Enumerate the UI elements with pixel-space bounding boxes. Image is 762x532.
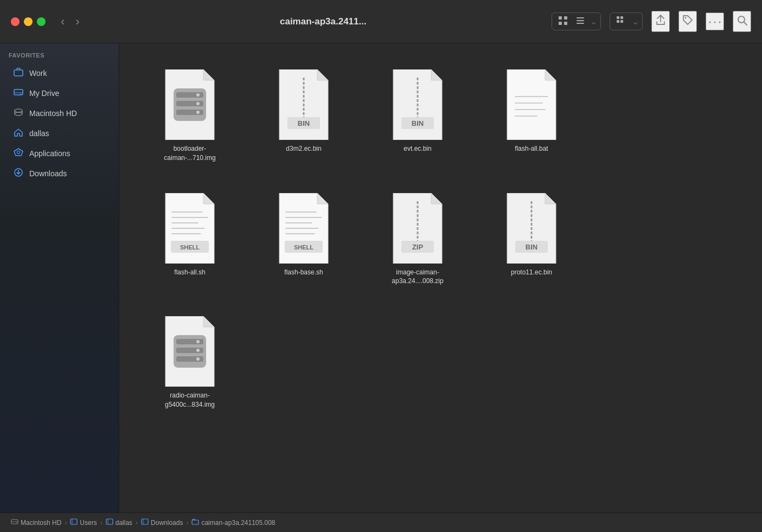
file-icon-image-caiman: ZIP xyxy=(388,193,447,264)
file-item-d3m2[interactable]: BIN d3m2.ec.bin xyxy=(255,65,353,167)
sidebar-item-downloads-label: Downloads xyxy=(29,169,67,178)
file-name-d3m2: d3m2.ec.bin xyxy=(286,144,321,153)
breadcrumb-downloads-label: Downloads xyxy=(151,519,183,527)
svg-point-69 xyxy=(196,349,200,352)
file-icon-d3m2: BIN xyxy=(274,69,334,140)
breadcrumb-macintosh-hd-icon xyxy=(11,518,18,527)
breadcrumb-sep-4: › xyxy=(186,519,188,527)
svg-point-11 xyxy=(685,17,687,19)
file-name-flash-all-bat: flash-all.bat xyxy=(515,144,548,153)
breadcrumb-dallas[interactable]: dallas xyxy=(106,518,132,527)
breadcrumb-downloads[interactable]: Downloads xyxy=(141,518,183,527)
file-icon-proto11: BIN xyxy=(502,193,561,264)
sidebar-item-dallas[interactable]: dallas xyxy=(4,124,114,143)
breadcrumb-sep-1: › xyxy=(65,519,67,527)
sidebar-item-dallas-label: dallas xyxy=(29,129,49,138)
file-icon-flash-all-sh: SHELL xyxy=(160,193,220,264)
forward-button[interactable]: › xyxy=(71,12,84,31)
breadcrumb-macintosh-hd[interactable]: Macintosh HD xyxy=(11,518,61,527)
breadcrumb-users-label: Users xyxy=(80,519,97,527)
svg-text:BIN: BIN xyxy=(298,119,310,127)
window-title: caiman-ap3a.2411... xyxy=(95,16,552,27)
files-grid: bootloader-caiman-...710.img BIN d3m2.ec xyxy=(136,60,746,419)
applications-icon xyxy=(13,148,24,159)
downloads-icon xyxy=(13,168,24,179)
traffic-lights xyxy=(11,17,46,26)
svg-text:SHELL: SHELL xyxy=(180,244,200,251)
file-item-evt[interactable]: BIN evt.ec.bin xyxy=(369,65,466,167)
icon-view-button[interactable] xyxy=(554,14,572,29)
svg-rect-74 xyxy=(71,519,77,524)
svg-point-25 xyxy=(17,151,20,154)
file-icon-radio-caiman xyxy=(160,316,220,387)
work-icon xyxy=(13,68,24,79)
breadcrumb-caiman-folder[interactable]: caiman-ap3a.241105.008 xyxy=(191,518,275,527)
svg-point-20 xyxy=(20,94,21,95)
hd-icon xyxy=(13,108,24,119)
file-icon-bootloader xyxy=(160,69,220,140)
svg-text:BIN: BIN xyxy=(526,243,537,251)
file-item-bootloader[interactable]: bootloader-caiman-...710.img xyxy=(141,65,239,167)
maximize-button[interactable] xyxy=(37,17,46,26)
sidebar-item-my-drive-label: My Drive xyxy=(29,89,59,98)
breadcrumb-macintosh-hd-label: Macintosh HD xyxy=(21,519,61,527)
svg-point-12 xyxy=(709,22,711,23)
close-button[interactable] xyxy=(11,17,20,26)
file-item-flash-all-sh[interactable]: SHELL flash-all.sh xyxy=(141,189,239,291)
breadcrumb-sep-3: › xyxy=(136,519,138,527)
minimize-button[interactable] xyxy=(24,17,33,26)
svg-point-32 xyxy=(196,102,200,105)
svg-point-68 xyxy=(196,340,200,343)
svg-point-14 xyxy=(719,22,721,23)
titlebar: ‹ › caiman-ap3a.2411... ⌄ xyxy=(0,0,762,43)
share-button[interactable] xyxy=(651,11,670,32)
file-name-bootloader: bootloader-caiman-...710.img xyxy=(164,144,215,163)
svg-rect-17 xyxy=(14,70,23,76)
main-layout: Favorites Work My Drive xyxy=(0,43,762,512)
file-item-proto11[interactable]: BIN proto11.ec.bin xyxy=(483,189,580,291)
svg-rect-78 xyxy=(142,519,148,524)
breadcrumb-users-icon xyxy=(70,518,78,527)
sidebar-item-applications[interactable]: Applications xyxy=(4,144,114,163)
svg-point-21 xyxy=(15,109,22,112)
sidebar: Favorites Work My Drive xyxy=(0,43,119,512)
view-switcher: ⌄ xyxy=(552,12,601,30)
svg-point-13 xyxy=(714,22,716,23)
file-name-proto11: proto11.ec.bin xyxy=(511,268,552,277)
svg-rect-8 xyxy=(620,16,623,19)
back-button[interactable]: ‹ xyxy=(56,12,69,31)
sidebar-item-macintosh-hd[interactable]: Macintosh HD xyxy=(4,104,114,123)
svg-rect-3 xyxy=(564,22,567,25)
sidebar-item-macintosh-hd-label: Macintosh HD xyxy=(29,109,77,118)
svg-line-16 xyxy=(744,22,747,25)
file-item-image-caiman[interactable]: ZIP image-caiman-ap3a.24....008.zip xyxy=(369,189,466,291)
gallery-view-button[interactable] xyxy=(612,14,630,29)
more-button[interactable] xyxy=(706,12,724,30)
svg-rect-7 xyxy=(617,16,619,19)
breadcrumb-dallas-label: dallas xyxy=(116,519,132,527)
sidebar-item-downloads[interactable]: Downloads xyxy=(4,164,114,183)
file-item-flash-all-bat[interactable]: flash-all.bat xyxy=(483,65,580,167)
file-item-flash-base-sh[interactable]: SHELL flash-base.sh xyxy=(255,189,353,291)
sidebar-item-work[interactable]: Work xyxy=(4,63,114,83)
svg-rect-76 xyxy=(106,519,113,524)
file-name-flash-all-sh: flash-all.sh xyxy=(174,268,205,277)
search-button[interactable] xyxy=(733,11,751,32)
toolbar-right: ⌄ ⌄ xyxy=(552,11,751,32)
file-name-radio-caiman: radio-caiman-g5400c...834.img xyxy=(165,391,215,409)
svg-rect-0 xyxy=(559,16,562,20)
svg-text:SHELL: SHELL xyxy=(294,244,313,251)
svg-rect-80 xyxy=(192,520,198,524)
file-item-radio-caiman[interactable]: radio-caiman-g5400c...834.img xyxy=(141,312,239,414)
svg-rect-1 xyxy=(564,16,567,20)
breadcrumb-users[interactable]: Users xyxy=(70,518,97,527)
list-view-button[interactable] xyxy=(573,15,588,28)
svg-point-24 xyxy=(15,112,22,116)
breadcrumb: Macintosh HD › Users › dallas › xyxy=(11,518,276,527)
tag-button[interactable] xyxy=(678,11,697,32)
sidebar-item-my-drive[interactable]: My Drive xyxy=(4,84,114,103)
statusbar: Macintosh HD › Users › dallas › xyxy=(0,512,762,532)
drive-icon xyxy=(13,88,24,99)
file-icon-flash-base-sh: SHELL xyxy=(274,193,334,264)
svg-point-31 xyxy=(196,93,200,97)
